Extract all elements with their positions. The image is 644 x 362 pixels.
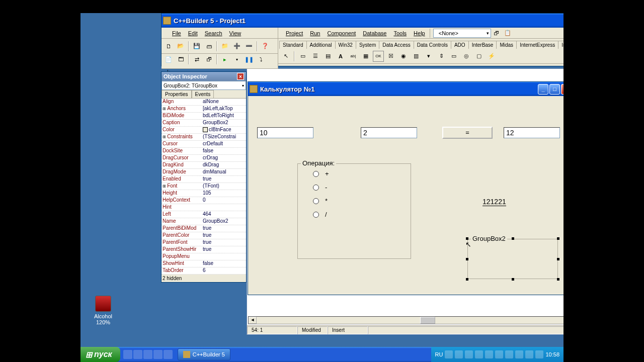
property-row[interactable]: ParentShowHirtrue xyxy=(162,246,246,253)
property-row[interactable]: Hint xyxy=(162,204,246,211)
tab-properties[interactable]: Properties xyxy=(162,90,192,98)
form-canvas[interactable]: 10 2 = 12 Операция: + - * / 121221 Group… xyxy=(250,98,571,293)
menu-help[interactable]: Help xyxy=(410,29,429,37)
lib-btn2[interactable]: 📋 xyxy=(502,28,513,39)
tab-additional[interactable]: Additional xyxy=(306,41,336,49)
property-row[interactable]: Left464 xyxy=(162,211,246,218)
property-row[interactable]: NameGroupBox2 xyxy=(162,218,246,225)
add-button[interactable]: ➕ xyxy=(231,41,243,52)
result-label[interactable]: 121221 xyxy=(482,198,506,206)
property-row[interactable]: TabOrder6 xyxy=(162,267,246,275)
tab-internetexpress[interactable]: InternetExpress xyxy=(516,41,558,49)
ql-icon[interactable] xyxy=(133,350,142,359)
tray-icon[interactable] xyxy=(465,350,473,358)
form-titlebar[interactable]: Калькулятор №1 _ □ × xyxy=(248,82,573,96)
pause-button[interactable]: ❚❚ xyxy=(244,54,255,65)
property-row[interactable]: ColorclBtnFace xyxy=(162,127,246,134)
menu-tools[interactable]: Tools xyxy=(390,29,410,37)
property-row[interactable]: ParentBiDiModtrue xyxy=(162,225,246,232)
start-button[interactable]: ⊞пуск xyxy=(80,347,120,362)
property-row[interactable]: ParentColortrue xyxy=(162,232,246,239)
menu-search[interactable]: Search xyxy=(201,29,226,37)
edit1[interactable]: 10 xyxy=(257,127,313,138)
listbox-icon[interactable]: ▥ xyxy=(411,51,422,62)
scroll-thumb[interactable] xyxy=(420,317,435,324)
menu-file[interactable]: File xyxy=(169,29,185,37)
menu-project[interactable]: Project xyxy=(282,29,306,37)
menu-component[interactable]: Component xyxy=(324,29,359,37)
property-row[interactable]: DragCursorcrDrag xyxy=(162,155,246,162)
saveall-button[interactable]: 🗃 xyxy=(203,41,214,52)
property-row[interactable]: Font(TFont) xyxy=(162,183,246,190)
property-row[interactable]: DockSitefalse xyxy=(162,148,246,155)
tray-icon[interactable] xyxy=(485,350,493,358)
menu-run[interactable]: Run xyxy=(306,29,324,37)
toggle-button[interactable]: ⇄ xyxy=(191,54,202,65)
ql-icon[interactable] xyxy=(164,350,173,359)
radiobutton-icon[interactable]: ◉ xyxy=(398,51,409,62)
save-button[interactable]: 💾 xyxy=(191,41,202,52)
checkbox-icon[interactable]: ☒ xyxy=(385,51,396,62)
open-button[interactable]: 📂 xyxy=(175,41,186,52)
menu-edit[interactable]: Edit xyxy=(185,29,201,37)
desktop-icon-alcohol[interactable]: Alcohol 120% xyxy=(86,296,121,325)
run-button[interactable]: ▸ xyxy=(219,54,230,65)
button-icon[interactable]: OK xyxy=(373,51,384,62)
radio-plus[interactable]: + xyxy=(313,170,411,177)
taskbar-app-button[interactable]: C++Builder 5 xyxy=(178,348,230,360)
label-icon[interactable]: A xyxy=(335,51,346,62)
open-project-button[interactable]: 📁 xyxy=(219,41,230,52)
panel-icon[interactable]: ▢ xyxy=(473,51,485,62)
tab-datacontrols[interactable]: Data Controls xyxy=(414,41,451,49)
tab-win32[interactable]: Win32 xyxy=(335,41,356,49)
property-row[interactable]: PopupMenu xyxy=(162,253,246,260)
remove-button[interactable]: ➖ xyxy=(244,41,255,52)
tray-icon[interactable] xyxy=(505,350,513,358)
library-combo[interactable]: <None> xyxy=(433,29,491,38)
tray-icon[interactable] xyxy=(445,350,453,358)
property-row[interactable]: ParentFonttrue xyxy=(162,239,246,246)
property-row[interactable]: Enabledtrue xyxy=(162,176,246,183)
groupbox-icon[interactable]: ▭ xyxy=(448,51,459,62)
property-grid[interactable]: AlignalNoneAnchors[akLeft,akTopBiDiModeb… xyxy=(162,99,246,275)
inspector-object-combo[interactable]: GroupBox2: TGroupBox xyxy=(162,81,246,90)
lib-btn1[interactable]: 🗗 xyxy=(491,28,502,39)
step-over-button[interactable]: ⤵ xyxy=(256,54,267,65)
actionlist-icon[interactable]: ⚡ xyxy=(486,51,497,62)
view-form-button[interactable]: 🗔 xyxy=(175,54,186,65)
property-row[interactable]: ShowHintfalse xyxy=(162,260,246,267)
property-row[interactable]: HelpContext0 xyxy=(162,197,246,204)
combobox-icon[interactable]: ▾ xyxy=(423,51,434,62)
edit2[interactable]: 2 xyxy=(361,127,417,138)
radiogroup-icon[interactable]: ◎ xyxy=(461,51,472,62)
mainmenu-icon[interactable]: ☰ xyxy=(310,51,321,62)
new-form-button[interactable]: 🗗 xyxy=(203,54,214,65)
radio-div[interactable]: / xyxy=(313,211,411,218)
ql-icon[interactable] xyxy=(123,350,132,359)
groupbox2-selected[interactable]: GroupBox2 xyxy=(467,239,558,279)
tab-events[interactable]: Events xyxy=(192,90,214,98)
edit3[interactable]: 12 xyxy=(504,127,560,138)
horizontal-scrollbar[interactable]: ◄ ► xyxy=(248,316,607,324)
equals-button[interactable]: = xyxy=(442,127,493,139)
ql-icon[interactable] xyxy=(153,350,163,359)
clock[interactable]: 10:58 xyxy=(545,351,559,357)
tab-system[interactable]: System xyxy=(356,41,379,49)
tray-icon[interactable] xyxy=(535,350,543,358)
inspector-titlebar[interactable]: Object Inspector × xyxy=(162,72,246,81)
run-dropdown[interactable]: ▾ xyxy=(231,54,243,65)
radio-minus[interactable]: - xyxy=(313,184,411,191)
lang-indicator[interactable]: RU xyxy=(435,351,443,357)
property-row[interactable]: CaptionGroupBox2 xyxy=(162,120,246,127)
property-row[interactable]: AlignalNone xyxy=(162,99,246,106)
scrollbar-icon[interactable]: ⇕ xyxy=(436,51,447,62)
tab-ado[interactable]: ADO xyxy=(451,41,469,49)
memo-icon[interactable]: ▦ xyxy=(360,51,371,62)
property-row[interactable]: DragKinddkDrag xyxy=(162,162,246,169)
property-row[interactable]: Anchors[akLeft,akTop xyxy=(162,106,246,113)
popupmenu-icon[interactable]: ▤ xyxy=(323,51,334,62)
form-maximize-button[interactable]: □ xyxy=(549,84,560,95)
tray-icon[interactable] xyxy=(525,350,533,358)
property-row[interactable]: BiDiModebdLeftToRight xyxy=(162,113,246,120)
ql-icon[interactable] xyxy=(143,350,152,359)
